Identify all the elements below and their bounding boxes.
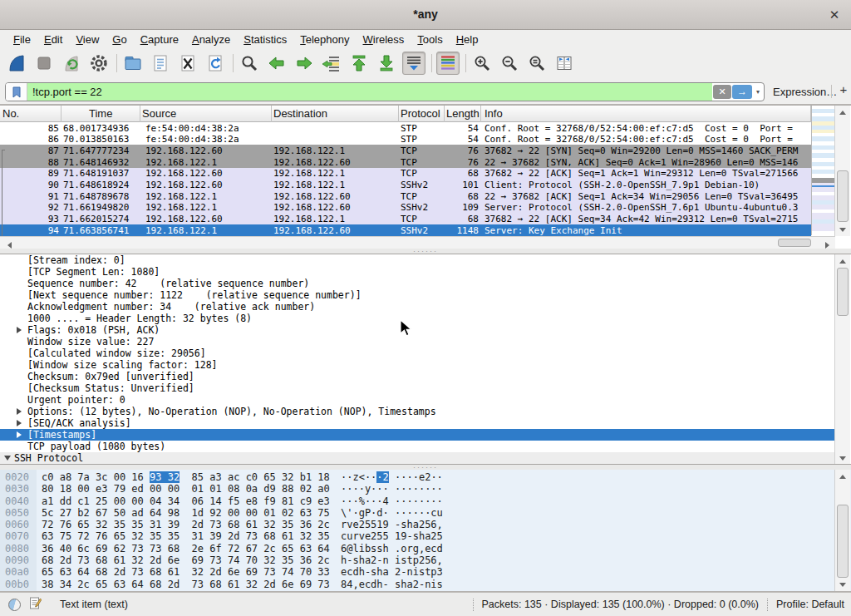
packet-row-85[interactable]: 8568.001734936fe:54:00:d4:38:2aSTP54Conf… — [0, 122, 811, 134]
packet-row-87[interactable]: 8771.647777234192.168.122.60192.168.122.… — [0, 145, 811, 156]
add-filter-button[interactable]: + — [837, 82, 850, 96]
zoom-reset-button[interactable] — [525, 52, 548, 75]
details-scroll-thumb[interactable] — [837, 268, 849, 316]
detail-line-2[interactable]: Sequence number: 42 (relative sequence n… — [0, 278, 835, 289]
details-vscrollbar[interactable] — [834, 254, 850, 465]
column-header-no[interactable]: No. — [0, 106, 61, 122]
bytes-vscrollbar[interactable] — [834, 470, 850, 591]
reload-file-button[interactable] — [204, 52, 227, 75]
detail-line-15[interactable]: [Timestamps] — [0, 429, 835, 441]
hex-row-0070[interactable]: 007063 75 72 76 65 32 35 35 31 39 2d 73 … — [0, 530, 835, 542]
menu-wireless[interactable]: Wireless — [357, 32, 411, 47]
bytes-scroll-thumb[interactable] — [837, 505, 849, 578]
menu-capture[interactable]: Capture — [134, 32, 185, 47]
capture-options-button[interactable] — [87, 52, 111, 75]
scroll-down-icon[interactable] — [835, 224, 850, 235]
scroll-up-icon[interactable] — [835, 471, 850, 482]
hex-row-00a0[interactable]: 00a065 63 64 68 2d 73 68 61 32 2d 6e 69 … — [0, 566, 835, 578]
open-file-button[interactable] — [121, 52, 145, 75]
detail-line-3[interactable]: [Next sequence number: 1122 (relative se… — [0, 289, 835, 301]
column-header-protocol[interactable]: Protocol — [399, 106, 445, 122]
packet-row-88[interactable]: 8871.648146932192.168.122.1192.168.122.6… — [0, 156, 811, 168]
go-first-packet-button[interactable] — [347, 52, 371, 75]
detail-line-13[interactable]: Options: (12 bytes), No-Operation (NOP),… — [0, 406, 835, 417]
scroll-down-icon[interactable] — [835, 452, 850, 464]
detail-line-17[interactable]: SSH Protocol — [0, 452, 835, 464]
menu-go[interactable]: Go — [106, 32, 133, 47]
column-header-time[interactable]: Time — [61, 106, 140, 122]
menu-file[interactable]: File — [7, 32, 37, 47]
zoom-in-button[interactable] — [470, 52, 494, 75]
menu-view[interactable]: View — [69, 32, 106, 47]
go-forward-button[interactable] — [293, 52, 316, 75]
scroll-down-icon[interactable] — [835, 579, 850, 590]
close-file-button[interactable] — [176, 52, 199, 75]
expand-icon[interactable] — [17, 420, 22, 426]
filter-dropdown-caret[interactable]: ▾ — [752, 88, 764, 96]
hex-row-0090[interactable]: 009068 2d 73 68 61 32 2d 6e 69 73 74 70 … — [0, 554, 835, 566]
expand-icon[interactable] — [17, 431, 22, 438]
filter-bookmark-button[interactable] — [6, 83, 27, 101]
packet-row-86[interactable]: 8670.013850163fe:54:00:d4:38:2aSTP54Conf… — [0, 134, 811, 145]
hex-row-0060[interactable]: 006072 76 65 32 35 35 31 39 2d 73 68 61 … — [0, 519, 835, 530]
detail-line-9[interactable]: [Window size scaling factor: 128] — [0, 359, 835, 371]
collapse-icon[interactable] — [4, 456, 11, 461]
menu-edit[interactable]: Edit — [37, 32, 69, 47]
packet-row-89[interactable]: 8971.648191037192.168.122.60192.168.122.… — [0, 168, 811, 180]
packet-row-91[interactable]: 9171.648789678192.168.122.1192.168.122.6… — [0, 190, 811, 202]
column-header-info[interactable]: Info — [481, 106, 811, 122]
hex-row-0020[interactable]: 0020c0 a8 7a 3c 00 16 93 32 85 a3 ac c0 … — [0, 471, 835, 483]
detail-line-0[interactable]: [Stream index: 0] — [0, 254, 835, 266]
detail-line-4[interactable]: Acknowledgment number: 34 (relative ack … — [0, 301, 835, 313]
menu-telephony[interactable]: Telephony — [293, 32, 356, 47]
hex-row-0040[interactable]: 0040a1 dd c1 25 00 00 04 34 06 14 f5 e8 … — [0, 495, 835, 507]
find-packet-button[interactable] — [238, 52, 261, 75]
capture-comment-icon[interactable] — [29, 596, 42, 613]
stop-capture-button[interactable] — [32, 52, 56, 75]
column-header-length[interactable]: Length — [445, 106, 481, 122]
go-to-packet-button[interactable] — [320, 52, 343, 75]
scroll-up-icon[interactable] — [835, 255, 850, 267]
column-header-source[interactable]: Source — [140, 106, 272, 122]
hex-row-00b0[interactable]: 00b038 34 2c 65 63 64 68 2d 73 68 61 32 … — [0, 579, 835, 590]
packet-list-hscroll-thumb[interactable] — [778, 239, 811, 247]
detail-line-11[interactable]: [Checksum Status: Unverified] — [0, 382, 835, 394]
menu-help[interactable]: Help — [450, 32, 485, 47]
save-file-button[interactable] — [149, 52, 172, 75]
packet-list-vscrollbar[interactable] — [834, 106, 850, 236]
colorize-packets-button[interactable] — [436, 52, 460, 75]
detail-line-16[interactable]: TCP payload (1080 bytes) — [0, 441, 835, 452]
scroll-up-icon[interactable] — [835, 106, 850, 118]
hex-row-0050[interactable]: 00505c 27 b2 67 50 ad 64 98 1d 92 00 00 … — [0, 507, 835, 519]
close-window-button[interactable]: ✕ — [826, 7, 843, 23]
status-profile[interactable]: Profile: Default — [776, 599, 844, 610]
packet-row-90[interactable]: 9071.648618924192.168.122.60192.168.122.… — [0, 179, 811, 190]
hex-row-0080[interactable]: 008036 40 6c 69 62 73 73 68 2e 6f 72 67 … — [0, 543, 835, 554]
menu-tools[interactable]: Tools — [411, 32, 449, 47]
expand-icon[interactable] — [17, 408, 22, 415]
detail-line-5[interactable]: 1000 .... = Header Length: 32 bytes (8) — [0, 313, 835, 324]
go-back-button[interactable] — [265, 52, 288, 75]
packet-row-92[interactable]: 9271.661949820192.168.122.1192.168.122.6… — [0, 202, 811, 214]
detail-line-14[interactable]: [SEQ/ACK analysis] — [0, 417, 835, 429]
zoom-out-button[interactable] — [498, 52, 521, 75]
expert-info-icon[interactable] — [8, 599, 21, 611]
go-last-packet-button[interactable] — [375, 52, 398, 75]
auto-scroll-button[interactable] — [402, 52, 426, 75]
expression-button[interactable]: Expression… — [773, 86, 837, 98]
expand-icon[interactable] — [17, 327, 22, 333]
filter-apply-button[interactable]: → — [732, 85, 752, 99]
detail-line-8[interactable]: [Calculated window size: 29056] — [0, 347, 835, 359]
detail-line-10[interactable]: Checksum: 0x79ed [unverified] — [0, 371, 835, 382]
packet-row-93[interactable]: 9371.662015274192.168.122.60192.168.122.… — [0, 214, 811, 225]
packet-map-scrollbar[interactable] — [811, 106, 834, 235]
menu-statistics[interactable]: Statistics — [237, 32, 293, 47]
start-capture-button[interactable] — [5, 52, 28, 75]
detail-line-12[interactable]: Urgent pointer: 0 — [0, 394, 835, 406]
filter-clear-button[interactable]: ✕ — [713, 85, 731, 99]
display-filter-input[interactable] — [27, 83, 712, 101]
column-header-destination[interactable]: Destination — [272, 106, 399, 122]
hex-row-0030[interactable]: 003080 18 00 e3 79 ed 00 00 01 01 08 0a … — [0, 483, 835, 495]
packet-row-94[interactable]: 9471.663856741192.168.122.1192.168.122.6… — [0, 224, 811, 236]
detail-line-6[interactable]: Flags: 0x018 (PSH, ACK) — [0, 324, 835, 336]
